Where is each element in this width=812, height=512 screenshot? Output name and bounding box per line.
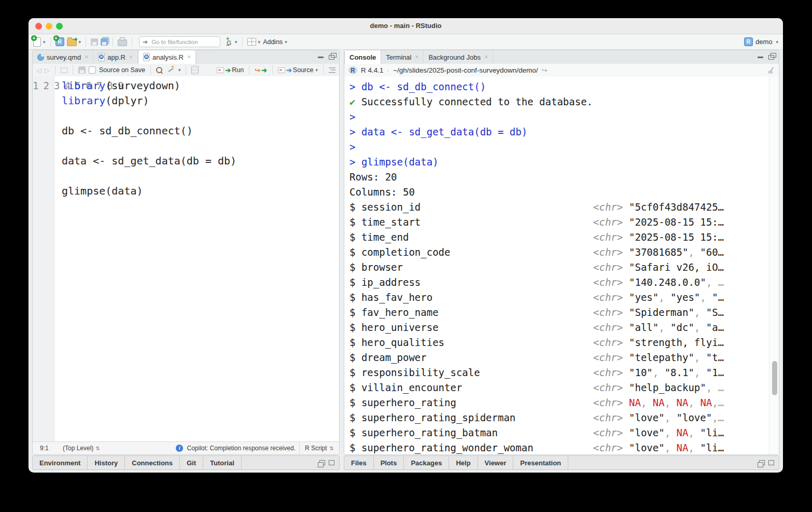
save-button[interactable] <box>91 38 98 46</box>
chevron-down-icon[interactable]: ▾ <box>776 39 778 45</box>
bottom-left-tab-environment[interactable]: Environment <box>33 456 88 469</box>
editor-tab[interactable]: survey.qmd× <box>33 50 93 64</box>
minimize-pane-icon[interactable] <box>758 57 763 58</box>
git-icon: +G− <box>225 37 233 46</box>
chevron-down-icon[interactable]: ▾ <box>79 39 81 45</box>
close-icon[interactable]: × <box>85 53 88 61</box>
source-editor-pane: survey.qmd×app.R×analysis.R× ◁ ▷ Source … <box>32 50 340 455</box>
restore-pane-icon[interactable] <box>759 460 765 465</box>
close-icon[interactable]: × <box>187 53 191 61</box>
console-tab[interactable]: Terminal× <box>381 50 424 64</box>
glimpse-row: $ superhero_rating_wonder_woman<chr>"lov… <box>349 440 779 454</box>
bottom-right-tab-plots[interactable]: Plots <box>374 456 404 469</box>
chevron-down-icon[interactable]: ▾ <box>315 67 318 73</box>
console-line: Columns: 50 <box>349 185 779 200</box>
chevron-down-icon[interactable]: ▾ <box>285 39 287 45</box>
close-icon[interactable]: × <box>129 53 133 61</box>
goto-file-box[interactable]: ➔ <box>139 36 220 47</box>
back-icon[interactable]: ◁ <box>36 66 41 74</box>
glimpse-row: $ villain_encounter<chr>"help_backup", … <box>349 380 779 395</box>
tab-label: app.R <box>107 53 125 61</box>
scrollbar-thumb[interactable] <box>772 361 777 395</box>
open-folder-icon: ➔ <box>67 39 77 46</box>
addins-menu[interactable]: Addins ▾ <box>263 38 287 46</box>
chevron-down-icon[interactable]: ▾ <box>178 67 181 73</box>
glimpse-row: $ responsibility_scale<chr>"10", "8.1", … <box>349 365 779 380</box>
clear-console-icon[interactable] <box>767 67 775 74</box>
new-file-button[interactable]: + ▾ <box>33 37 46 47</box>
open-in-new-window-icon[interactable] <box>61 67 67 73</box>
tab-label: Console <box>349 53 376 61</box>
save-all-button[interactable] <box>101 38 108 46</box>
code-editor[interactable]: 123456789 library(surveydown)library(dpl… <box>33 76 339 441</box>
code-line <box>55 139 339 154</box>
close-icon[interactable]: × <box>484 53 488 61</box>
maximize-pane-icon[interactable] <box>329 55 334 60</box>
addins-label: Addins <box>263 38 283 46</box>
console-line: > <box>349 109 779 124</box>
code-tools-icon[interactable] <box>167 66 174 74</box>
document-outline-icon[interactable] <box>329 67 335 73</box>
print-button[interactable] <box>118 39 127 46</box>
goto-directory-icon[interactable]: ↪ <box>542 66 548 74</box>
console-scrollbar[interactable] <box>769 77 779 454</box>
cursor-position: 9:1 <box>40 445 63 452</box>
open-file-button[interactable]: ➔ ▾ <box>67 37 81 46</box>
version-control-button[interactable]: +G− ▾ <box>225 37 237 46</box>
chevron-down-icon[interactable]: ▾ <box>43 39 46 45</box>
editor-tab[interactable]: analysis.R× <box>138 50 196 64</box>
bottom-right-tab-viewer[interactable]: Viewer <box>478 456 514 469</box>
editor-status-bar: 9:1 (Top Level) ⇅ i Copilot: Completion … <box>33 441 339 454</box>
workspace-panes-button[interactable]: ▾ <box>247 38 261 46</box>
scope-selector[interactable]: (Top Level) ⇅ <box>63 445 100 452</box>
minimize-pane-icon[interactable] <box>318 57 324 58</box>
code-line <box>55 199 339 214</box>
run-box-icon <box>217 67 224 73</box>
source-on-save-checkbox[interactable] <box>89 66 96 74</box>
quarto-icon <box>37 54 44 61</box>
console-tab[interactable]: Console <box>344 50 381 64</box>
console-tab[interactable]: Background Jobs× <box>424 50 493 64</box>
glimpse-row: $ ip_address<chr>"140.248.0.0", … <box>349 275 779 290</box>
project-menu[interactable]: R demo ▾ <box>744 37 778 46</box>
right-strip-tabs: FilesPlotsPackagesHelpViewerPresentation <box>344 456 568 469</box>
source-button[interactable]: ➔ Source ▾ <box>278 66 318 74</box>
bottom-left-tab-history[interactable]: History <box>88 456 125 469</box>
maximize-pane-icon[interactable] <box>768 460 774 465</box>
editor-tab[interactable]: app.R× <box>93 50 138 64</box>
bottom-left-tab-git[interactable]: Git <box>180 456 203 469</box>
bottom-right-tab-help[interactable]: Help <box>449 456 478 469</box>
find-replace-icon[interactable] <box>156 67 162 73</box>
console-header: R 4.4.1 · ~/gh/slides/2025-posit-conf-su… <box>344 64 779 77</box>
restore-pane-icon[interactable] <box>319 460 325 465</box>
code-line <box>55 169 339 184</box>
console-output[interactable]: > db <- sd_db_connect()✔ Successfully co… <box>344 77 779 454</box>
new-project-button[interactable]: R+ <box>55 37 64 46</box>
file-type-selector[interactable]: R Script ⇅ <box>299 442 339 455</box>
run-button[interactable]: ➔ Run <box>217 66 244 74</box>
bottom-left-tab-connections[interactable]: Connections <box>125 456 180 469</box>
close-icon[interactable]: × <box>415 53 418 61</box>
rerun-button[interactable]: ↪ ➔ <box>255 66 267 74</box>
bottom-right-tab-files[interactable]: Files <box>344 456 374 469</box>
save-document-button[interactable] <box>78 66 86 74</box>
tab-label: Background Jobs <box>428 53 480 61</box>
chevron-down-icon[interactable]: ▾ <box>258 39 261 45</box>
goto-file-input[interactable] <box>150 38 217 46</box>
bottom-right-tab-packages[interactable]: Packages <box>404 456 449 469</box>
window-title: demo - main - RStudio <box>29 18 783 34</box>
compile-report-icon[interactable] <box>191 66 199 74</box>
forward-icon[interactable]: ▷ <box>45 66 50 74</box>
bottom-left-tab-tutorial[interactable]: Tutorial <box>203 456 242 469</box>
r-doc-icon <box>143 53 150 61</box>
bottom-right-tab-presentation[interactable]: Presentation <box>513 456 568 469</box>
maximize-pane-icon[interactable] <box>768 55 774 60</box>
code-line <box>55 108 339 123</box>
run-arrow-icon: ➔ <box>225 66 231 74</box>
chevron-down-icon[interactable]: ▾ <box>235 39 237 45</box>
divider <box>86 37 86 47</box>
left-strip-controls <box>319 456 339 469</box>
run-label: Run <box>232 66 244 74</box>
maximize-pane-icon[interactable] <box>329 460 334 465</box>
console-line: > glimpse(data) <box>349 155 779 170</box>
